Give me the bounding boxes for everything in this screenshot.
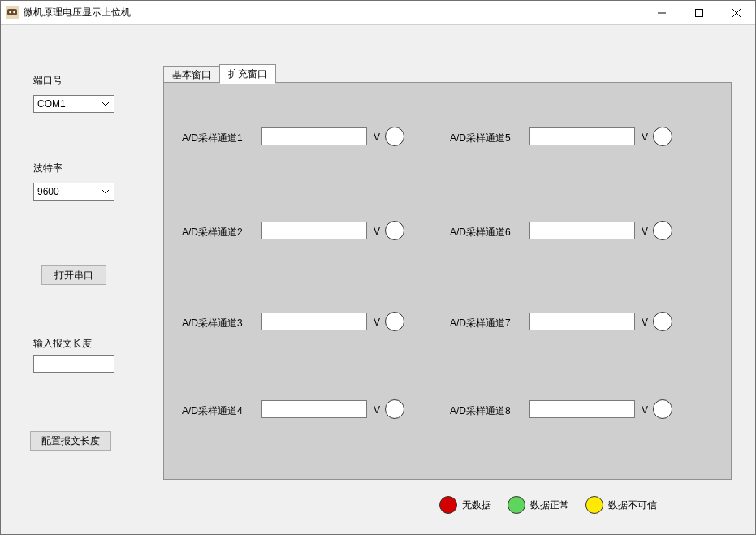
- channel-4-indicator: [385, 399, 404, 419]
- baud-value: 9600: [37, 186, 59, 197]
- channel-3-label: A/D采样通道3: [182, 317, 243, 330]
- legend-untrusted-label: 数据不可信: [608, 498, 657, 512]
- channel-8-input[interactable]: [529, 400, 635, 418]
- channel-7-unit: V: [642, 317, 648, 328]
- svg-rect-5: [696, 9, 703, 16]
- window-buttons: [643, 1, 755, 24]
- app-window: 微机原理电压显示上位机 端口号 COM1 波特率: [0, 0, 756, 535]
- channel-8-unit: V: [642, 404, 648, 416]
- svg-point-3: [13, 11, 15, 13]
- legend: 无数据 数据正常 数据不可信: [439, 496, 657, 514]
- channel-3-indicator: [385, 312, 404, 331]
- app-icon: [6, 6, 19, 19]
- chevron-down-icon: [99, 183, 112, 200]
- channel-4-label: A/D采样通道4: [182, 404, 243, 418]
- port-combobox[interactable]: COM1: [33, 95, 114, 113]
- legend-no-data-label: 无数据: [462, 498, 491, 512]
- channel-7-indicator: [653, 312, 672, 331]
- channel-1-indicator: [385, 127, 404, 146]
- baud-combobox[interactable]: 9600: [33, 183, 114, 201]
- channel-5-indicator: [653, 127, 672, 146]
- tab-page-extended: A/D采样通道1 V A/D采样通道2 V A/D采样通道3 V A/D采样通道…: [163, 82, 732, 480]
- baud-label: 波特率: [33, 162, 63, 175]
- channel-5-input[interactable]: [529, 127, 635, 145]
- channel-1-label: A/D采样通道1: [182, 132, 243, 145]
- channel-8-label: A/D采样通道8: [450, 404, 511, 418]
- channel-5-unit: V: [642, 132, 648, 143]
- channel-8-indicator: [653, 399, 672, 419]
- port-value: COM1: [37, 98, 66, 110]
- yellow-dot-icon: [585, 496, 603, 514]
- close-button[interactable]: [718, 1, 755, 24]
- channel-2-indicator: [385, 221, 404, 240]
- channel-4-input[interactable]: [261, 400, 367, 418]
- channel-4-unit: V: [374, 404, 380, 416]
- channel-6-label: A/D采样通道6: [450, 226, 511, 239]
- legend-ok: 数据正常: [508, 496, 569, 514]
- channel-7-label: A/D采样通道7: [450, 317, 511, 330]
- channel-5-label: A/D采样通道5: [450, 132, 511, 145]
- config-msglen-button[interactable]: 配置报文长度: [30, 431, 111, 451]
- chevron-down-icon: [99, 96, 112, 112]
- tab-basic-label: 基本窗口: [172, 68, 211, 82]
- open-port-button[interactable]: 打开串口: [41, 265, 106, 285]
- config-msglen-label: 配置报文长度: [41, 434, 100, 448]
- svg-point-2: [9, 11, 11, 13]
- tab-extended-label: 扩充窗口: [228, 67, 267, 81]
- legend-no-data: 无数据: [439, 496, 491, 514]
- channel-2-unit: V: [374, 226, 380, 237]
- channel-3-input[interactable]: [261, 313, 367, 330]
- port-label: 端口号: [33, 74, 63, 88]
- legend-untrusted: 数据不可信: [585, 496, 657, 514]
- channel-6-indicator: [653, 221, 672, 240]
- maximize-button[interactable]: [680, 1, 718, 24]
- open-port-label: 打开串口: [54, 269, 93, 283]
- client-area: 端口号 COM1 波特率 9600 打开串口 输入报文长度 配置报文长度 基本窗…: [1, 25, 755, 534]
- channel-2-input[interactable]: [261, 222, 367, 239]
- window-title: 微机原理电压显示上位机: [24, 6, 131, 19]
- legend-ok-label: 数据正常: [530, 498, 569, 512]
- channel-3-unit: V: [374, 317, 380, 328]
- titlebar: 微机原理电压显示上位机: [1, 1, 755, 25]
- channel-1-unit: V: [374, 132, 380, 143]
- minimize-button[interactable]: [643, 1, 680, 24]
- channel-6-input[interactable]: [529, 222, 635, 239]
- channel-6-unit: V: [642, 226, 648, 237]
- red-dot-icon: [439, 496, 457, 514]
- svg-rect-1: [7, 9, 17, 15]
- channel-7-input[interactable]: [529, 313, 635, 330]
- green-dot-icon: [508, 496, 525, 514]
- tabstrip: 基本窗口 扩充窗口: [163, 64, 275, 84]
- tab-basic[interactable]: 基本窗口: [163, 66, 220, 84]
- tab-extended[interactable]: 扩充窗口: [219, 64, 276, 84]
- channel-2-label: A/D采样通道2: [182, 226, 243, 239]
- channel-1-input[interactable]: [261, 127, 367, 145]
- msglen-label: 输入报文长度: [33, 337, 92, 351]
- msglen-input[interactable]: [33, 355, 114, 373]
